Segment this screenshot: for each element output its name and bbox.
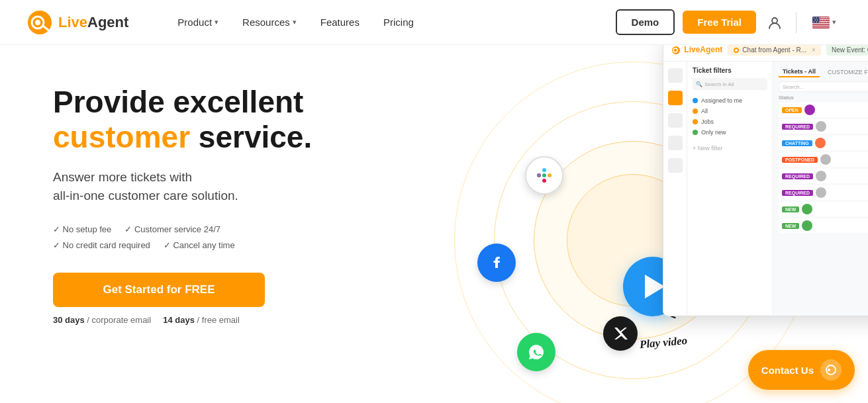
sidebar-icon-1 [668,68,683,83]
status-badge: CHATTING [782,140,812,146]
contact-us-button[interactable]: Contact Us [748,350,855,390]
status-badge: POSTPONED [782,157,818,163]
svg-point-2 [35,20,40,25]
dash-logo: LiveAgent [671,45,722,55]
filter-assigned: Assigned to me [693,95,767,106]
lang-chevron-icon: ▾ [832,18,836,26]
get-started-button[interactable]: Get Started for FREE [53,273,265,307]
nav-actions: Demo Free Trial [616,9,842,35]
resources-chevron-icon: ▾ [293,18,297,26]
status-badge: NEW [782,223,799,229]
avatar [820,154,831,165]
demo-button[interactable]: Demo [616,9,675,35]
svg-rect-13 [812,24,830,25]
facebook-icon [477,244,516,282]
hero-subtitle: Answer more tickets with all-in-one cust… [53,168,312,206]
svg-point-32 [828,369,830,371]
sidebar-icon-4 [668,136,683,150]
ticket-filters-panel: Ticket filters 🔍 Search in All Assigned … [687,62,773,315]
play-triangle-icon [645,275,665,298]
new-filter: + New filter [693,143,767,154]
flag-icon: ★ ★ ★ ★ ★ ★ ★ ★ ★ ★ ★ ★ ★ ★ ★ ★ ★ [812,17,830,28]
ticket-list-panel: Tickets - All CUSTOMIZE FILTER Search...… [773,62,868,315]
dash-tab-event: New Event: CRIST [826,45,868,56]
trial-info: 30 days / corporate email 14 days / free… [53,315,312,325]
svg-rect-14 [812,25,830,26]
nav-features[interactable]: Features [311,11,369,33]
hero-title: Provide excellent customer service. [53,85,312,155]
nav-product[interactable]: Product ▾ [168,11,228,33]
svg-rect-23 [542,173,546,177]
filter-dot [693,98,698,103]
svg-rect-16 [812,27,830,28]
dashboard-preview: LiveAgent Chat from Agent - R... × New E… [663,45,868,316]
logo[interactable]: LiveAgent [26,9,128,36]
svg-rect-12 [812,24,830,24]
sidebar-icon-3 [668,113,683,128]
status-badge: OPEN [782,107,802,113]
sidebar-icon-5 [668,158,683,173]
sidebar-icon-2 [668,91,683,105]
language-selector[interactable]: ★ ★ ★ ★ ★ ★ ★ ★ ★ ★ ★ ★ ★ ★ ★ ★ ★ ▾ [807,14,842,31]
dashboard-body: Ticket filters 🔍 Search in All Assigned … [663,62,868,315]
svg-rect-24 [548,173,552,177]
status-badge: REQUIRED [782,190,813,196]
avatar [816,171,826,181]
tab-customize: CUSTOMIZE FILTER [824,67,868,77]
filter-dot-jobs [693,119,698,124]
filter-dot-all [693,109,698,114]
table-row: REQUIRED [779,169,868,183]
table-row: CHATTING [779,136,868,150]
table-row: REQUIRED [779,185,868,200]
dash-tab-chat: Chat from Agent - R... × [728,45,821,56]
svg-rect-26 [537,173,541,177]
table-row: POSTPONED [779,152,868,167]
panel-title: Ticket filters [693,67,767,74]
table-row: OPEN [779,103,868,117]
avatar [804,105,815,115]
logo-icon [26,9,53,36]
dashboard-header: LiveAgent Chat from Agent - R... × New E… [663,45,868,62]
ticket-list-header: Tickets - All CUSTOMIZE FILTER [779,67,868,77]
table-row: NEW [779,218,868,233]
svg-rect-25 [542,179,546,183]
status-badge: REQUIRED [782,124,813,130]
hero-visual: Play video ↙ LiveAgent Chat from Agent - [352,45,868,403]
contact-chat-icon [820,359,842,381]
product-chevron-icon: ▾ [215,18,218,26]
status-header-row: Status Date [779,95,868,101]
nav-pricing[interactable]: Pricing [374,11,423,33]
table-row: NEW [779,202,868,216]
filter-jobs: Jobs [693,116,767,127]
svg-text:★ ★ ★ ★ ★ ★: ★ ★ ★ ★ ★ ★ [813,21,828,23]
contact-us-label: Contact Us [761,365,814,376]
slack-icon [525,156,563,195]
hero-checks: ✓ No setup fee✓ Customer service 24/7 ✓ … [53,222,312,254]
ticket-search: Search... [779,81,868,92]
hero-section: Provide excellent customer service. Answ… [0,45,868,403]
filter-search: 🔍 Search in All [693,78,767,90]
avatar [802,204,812,214]
logo-text: LiveAgent [58,14,128,31]
status-badge: NEW [782,206,799,212]
free-trial-button[interactable]: Free Trial [683,11,756,34]
svg-rect-22 [542,168,546,172]
dashboard-sidebar [663,62,687,315]
svg-rect-15 [812,26,830,27]
avatar [802,220,812,231]
dashboard-main: Ticket filters 🔍 Search in All Assigned … [687,62,868,315]
avatar [816,187,826,198]
table-row: REQUIRED [779,119,868,134]
main-nav: Product ▾ Resources ▾ Features Pricing [168,11,615,33]
user-account-icon[interactable] [764,12,785,33]
filter-dot-new [693,130,698,135]
nav-resources[interactable]: Resources ▾ [233,11,306,33]
status-badge: REQUIRED [782,173,813,179]
svg-point-3 [772,18,777,23]
filter-all: All [693,106,767,116]
hero-content: Provide excellent customer service. Answ… [53,78,312,325]
tab-tickets-all: Tickets - All [779,67,820,77]
nav-divider [796,12,796,33]
x-icon [603,316,638,351]
filter-only-new: Only new [693,127,767,138]
